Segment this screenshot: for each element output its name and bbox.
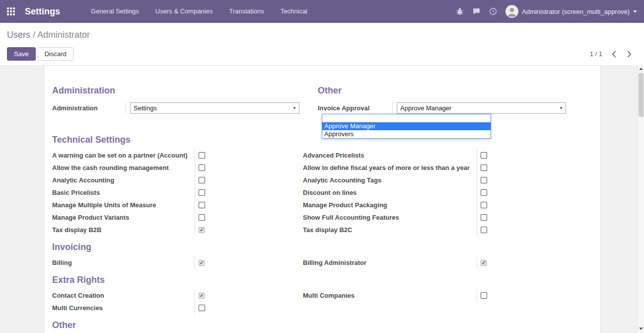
scrollbar-up-arrow-icon[interactable] (639, 68, 643, 70)
scrollbar-thumb[interactable] (639, 73, 644, 117)
pager-next-icon[interactable] (626, 49, 633, 59)
field-row: Basic Pricelists (52, 186, 303, 199)
field-row: Show Full Accounting Features (303, 211, 600, 224)
field-label: Manage Multiple Units of Measure (52, 199, 195, 211)
checkbox[interactable] (199, 165, 205, 171)
technical-right-column: Advanced Pricelists Allow to define fisc… (303, 149, 600, 236)
pager: 1 / 1 (590, 49, 633, 59)
invoicing-left-column: Billing (52, 256, 303, 269)
discard-button[interactable]: Discard (38, 47, 73, 61)
field-label: Tax display B2B (52, 224, 195, 236)
invoicing-section: Invoicing Billing Billing Administrator (52, 242, 600, 269)
breadcrumb: Users / Administrator (7, 29, 633, 41)
field-row: Manage Product Variants (52, 211, 303, 224)
breadcrumb-users-link[interactable]: Users (7, 30, 30, 40)
avatar (505, 5, 518, 18)
field-label: Manage Product Packaging (303, 199, 477, 211)
invoice-approval-select[interactable]: Approve Manager ▼ (397, 102, 566, 114)
menu-general-settings[interactable]: General Settings (91, 0, 139, 23)
field-row: Analytic Accounting Tags (303, 174, 600, 186)
field-row: Billing Administrator (303, 256, 600, 269)
checkbox[interactable] (481, 214, 487, 221)
checkbox[interactable] (481, 189, 487, 196)
save-button[interactable]: Save (7, 47, 36, 61)
checkbox[interactable] (199, 293, 205, 299)
app-title[interactable]: Settings (25, 6, 60, 17)
checkbox[interactable] (199, 227, 205, 233)
navbar-menu: General Settings Users & Companies Trans… (91, 0, 307, 23)
checkbox[interactable] (199, 152, 205, 159)
top-section: Administration Administration Settings ▼… (52, 85, 600, 114)
dropdown-option[interactable]: Approve Manager (322, 122, 491, 130)
form-background: Administration Administration Settings ▼… (0, 65, 644, 333)
field-label: Billing (52, 256, 195, 269)
navbar-right: Administrator (screen_multi_approve) (456, 5, 637, 18)
field-label: Allow to define fiscal years of more or … (303, 162, 477, 174)
extra-rights-right-column: Multi Companies (303, 289, 600, 314)
technical-settings-section: Technical Settings A warning can be set … (52, 135, 600, 236)
form-sheet: Administration Administration Settings ▼… (44, 65, 601, 333)
messages-icon[interactable] (472, 7, 481, 15)
field-row: Billing (52, 256, 303, 269)
field-label: Tax display B2C (303, 224, 477, 236)
pager-previous-icon[interactable] (610, 49, 618, 59)
dropdown-option[interactable]: Approvers (322, 130, 491, 138)
administration-select[interactable]: Settings ▼ (130, 102, 299, 114)
field-label: Billing Administrator (303, 256, 477, 269)
checkbox[interactable] (481, 202, 487, 208)
checkbox[interactable] (199, 202, 205, 208)
checkbox[interactable] (481, 165, 487, 171)
select-arrow-icon: ▼ (559, 106, 563, 110)
top-navbar: Settings General Settings Users & Compan… (0, 0, 644, 23)
breadcrumb-current: Administrator (37, 30, 90, 40)
invoice-approval-field-label: Invoice Approval (318, 102, 393, 114)
checkbox[interactable] (199, 260, 205, 266)
administration-group: Administration Administration Settings ▼ (52, 85, 303, 114)
pager-text: 1 / 1 (590, 50, 602, 58)
menu-technical[interactable]: Technical (281, 0, 307, 23)
menu-translations[interactable]: Translations (229, 0, 264, 23)
checkbox[interactable] (199, 189, 205, 196)
user-menu[interactable]: Administrator (screen_multi_approve) (505, 5, 637, 18)
checkbox[interactable] (199, 177, 205, 183)
field-label: Multi Companies (303, 289, 477, 302)
field-row: A warning can be set on a partner (Accou… (52, 149, 303, 162)
field-label: Analytic Accounting (52, 174, 195, 186)
bug-icon[interactable] (456, 7, 464, 15)
scrollbar[interactable] (637, 65, 644, 333)
section-title-extra-rights: Extra Rights (52, 275, 600, 285)
field-row: Advanced Pricelists (303, 149, 600, 162)
chevron-down-icon (633, 10, 637, 13)
control-panel-buttons-row: Save Discard 1 / 1 (7, 47, 633, 61)
field-label: Analytic Accounting Tags (303, 174, 477, 186)
extra-rights-section: Extra Rights Contact Creation Multi Curr… (52, 275, 600, 314)
field-label: A warning can be set on a partner (Accou… (52, 149, 195, 162)
field-label: Advanced Pricelists (303, 149, 477, 162)
administration-select-value: Settings (134, 104, 157, 112)
field-label: Manage Product Variants (52, 211, 195, 224)
field-row: Manage Product Packaging (303, 199, 600, 211)
field-row: Allow to define fiscal years of more or … (303, 162, 600, 174)
checkbox[interactable] (481, 152, 487, 159)
checkbox[interactable] (481, 227, 487, 233)
field-row: Analytic Accounting (52, 174, 303, 186)
scrollbar-down-arrow-icon[interactable] (639, 328, 643, 330)
field-row: Tax display B2B (52, 224, 303, 236)
other-group: Other Invoice Approval Approve Manager ▼… (303, 85, 600, 114)
section-title-other: Other (318, 85, 600, 96)
dropdown-option[interactable] (322, 114, 491, 122)
field-row: Multi Companies (303, 289, 600, 302)
section-title-other-bottom: Other (52, 320, 600, 331)
apps-grid-icon[interactable] (4, 4, 18, 18)
checkbox[interactable] (199, 214, 205, 221)
activities-clock-icon[interactable] (489, 7, 497, 15)
checkbox[interactable] (481, 177, 487, 183)
breadcrumb-separator: / (33, 30, 35, 40)
checkbox[interactable] (481, 260, 487, 266)
field-row: Allow the cash rounding management (52, 162, 303, 174)
section-title-invoicing: Invoicing (52, 242, 600, 252)
checkbox[interactable] (481, 292, 487, 299)
checkbox[interactable] (199, 305, 205, 311)
menu-users-companies[interactable]: Users & Companies (155, 0, 213, 23)
invoice-approval-dropdown: Approve Manager Approvers (322, 114, 491, 139)
